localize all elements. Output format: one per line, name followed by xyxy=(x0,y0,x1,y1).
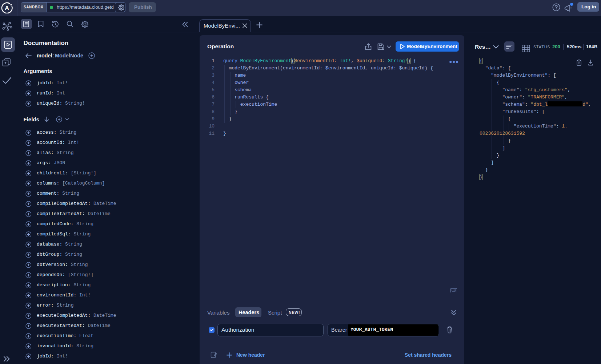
svg-text:A: A xyxy=(5,5,9,12)
